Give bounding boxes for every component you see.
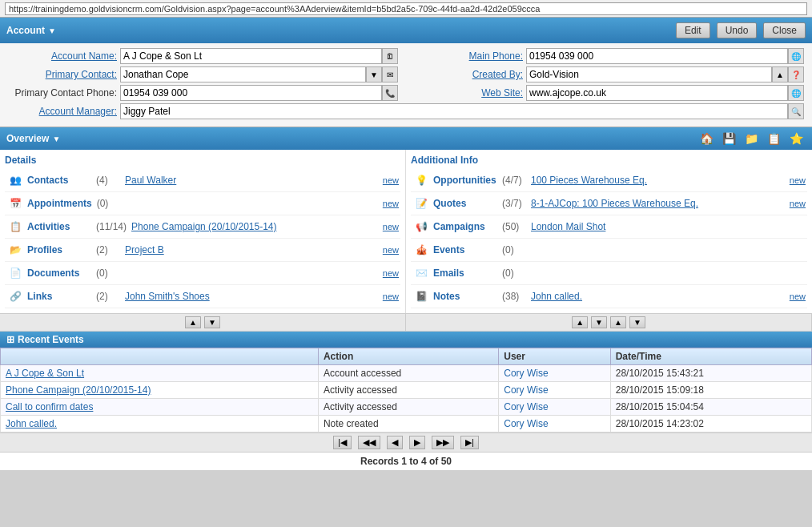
documents-new[interactable]: new [383, 268, 399, 278]
right-down-arrow-1[interactable]: ▼ [591, 316, 607, 328]
primary-contact-email-icon[interactable]: ✉ [382, 66, 398, 82]
events-icon: 🎪 [412, 241, 430, 259]
account-name-label[interactable]: Account Name: [8, 50, 120, 62]
last-page-button[interactable]: ▶| [460, 436, 479, 449]
profiles-label[interactable]: Profiles [27, 244, 91, 255]
next-record-button[interactable]: ▶ [409, 436, 425, 449]
activities-new[interactable]: new [383, 222, 399, 231]
links-link[interactable]: John Smith's Shoes [125, 291, 383, 302]
event-user[interactable]: Cory Wise [499, 416, 610, 432]
opportunities-count: (4/7) [502, 175, 526, 186]
activities-label[interactable]: Activities [27, 221, 91, 232]
event-action: Account accessed [318, 365, 498, 382]
primary-contact-phone-icon[interactable]: 📞 [382, 85, 398, 101]
table-row: A J Cope & Son Lt Account accessed Cory … [1, 365, 812, 382]
account-name-icon[interactable]: 🗓 [382, 48, 398, 64]
first-page-button[interactable]: |◀ [333, 436, 352, 449]
quotes-icon: 📝 [412, 195, 430, 212]
account-manager-input[interactable] [120, 103, 788, 119]
profiles-link[interactable]: Project B [125, 244, 383, 255]
contacts-count: (4) [96, 175, 120, 186]
quotes-link[interactable]: 8-1-AJCop: 100 Pieces Warehouse Eq. [531, 198, 790, 209]
notes-link[interactable]: John called. [531, 291, 790, 302]
emails-row: ✉️ Emails (0) [411, 262, 807, 285]
appointments-icon: 📅 [6, 195, 24, 212]
undo-button[interactable]: Undo [717, 22, 758, 38]
prev-page-button[interactable]: ◀◀ [358, 436, 380, 449]
events-label[interactable]: Events [433, 244, 497, 255]
main-phone-input[interactable] [526, 48, 788, 64]
header-dropdown-arrow[interactable]: ▼ [48, 26, 56, 35]
emails-label[interactable]: Emails [433, 268, 497, 279]
created-by-help-icon[interactable]: ❓ [788, 66, 804, 82]
recent-events-section: ⊞ Recent Events Action User Date/Time A … [0, 332, 812, 432]
links-label[interactable]: Links [27, 291, 91, 302]
opportunities-new[interactable]: new [790, 175, 806, 185]
documents-label[interactable]: Documents [27, 268, 91, 279]
links-count: (2) [96, 291, 120, 302]
left-arrows: ▲ ▼ [0, 314, 406, 331]
overview-icon-1[interactable]: 🏠 [697, 129, 716, 148]
contacts-new[interactable]: new [383, 175, 399, 185]
primary-contact-phone-input[interactable] [120, 85, 382, 101]
account-manager-search-icon[interactable]: 🔍 [788, 103, 804, 119]
web-site-input[interactable] [526, 85, 788, 101]
created-by-input[interactable] [526, 66, 772, 82]
right-up-arrow-2[interactable]: ▲ [610, 316, 626, 328]
opportunities-link[interactable]: 100 Pieces Warehouse Eq. [531, 175, 790, 186]
links-new[interactable]: new [383, 292, 399, 301]
profiles-new[interactable]: new [383, 245, 399, 255]
event-name[interactable]: Call to confirm dates [1, 399, 319, 416]
quotes-new[interactable]: new [790, 199, 806, 208]
appointments-label[interactable]: Appointments [27, 198, 92, 209]
campaigns-row: 📢 Campaigns (50) London Mail Shot [411, 215, 807, 239]
primary-contact-dropdown[interactable]: ▼ [366, 66, 382, 82]
edit-button[interactable]: Edit [676, 22, 710, 38]
event-action: Note created [318, 416, 498, 432]
event-user[interactable]: Cory Wise [499, 365, 610, 382]
emails-icon: ✉️ [412, 264, 430, 282]
left-up-arrow[interactable]: ▲ [185, 316, 201, 328]
notes-label[interactable]: Notes [433, 291, 497, 302]
header-title: Account ▼ [6, 25, 56, 36]
campaigns-link[interactable]: London Mail Shot [531, 221, 806, 232]
created-by-up-icon[interactable]: ▲ [772, 66, 788, 82]
header-actions: Edit Undo Close [676, 22, 806, 38]
overview-icon-3[interactable]: 📁 [742, 129, 761, 148]
contacts-icon: 👥 [6, 171, 24, 189]
account-manager-label[interactable]: Account Manager: [8, 106, 120, 117]
account-name-input[interactable] [120, 48, 382, 64]
overview-header: Overview ▼ 🏠 💾 📁 📋 ⭐ [0, 127, 812, 150]
contacts-link[interactable]: Paul Walker [125, 175, 383, 186]
overview-icon-4[interactable]: 📋 [764, 129, 783, 148]
right-down-arrow-2[interactable]: ▼ [629, 316, 645, 328]
event-name[interactable]: A J Cope & Son Lt [1, 365, 319, 382]
overview-icon-2[interactable]: 💾 [719, 129, 738, 148]
appointments-new[interactable]: new [383, 199, 399, 208]
event-name[interactable]: Phone Campaign (20/10/2015-14) [1, 382, 319, 399]
notes-new[interactable]: new [790, 292, 806, 301]
contacts-row: 👥 Contacts (4) Paul Walker new [5, 169, 400, 192]
left-down-arrow[interactable]: ▼ [204, 316, 220, 328]
overview-left: Details 👥 Contacts (4) Paul Walker new 📅… [0, 150, 406, 313]
event-user[interactable]: Cory Wise [499, 399, 610, 416]
created-by-label: Created By: [414, 69, 526, 80]
campaigns-label[interactable]: Campaigns [433, 221, 497, 232]
event-name[interactable]: John called. [1, 416, 319, 432]
activities-link[interactable]: Phone Campaign (20/10/2015-14) [131, 221, 383, 232]
event-user[interactable]: Cory Wise [499, 382, 610, 399]
next-page-button[interactable]: ▶▶ [432, 436, 454, 449]
overview-icon-5[interactable]: ⭐ [786, 129, 806, 148]
close-button[interactable]: Close [763, 22, 806, 38]
opportunities-label[interactable]: Opportunities [433, 175, 497, 186]
overview-dropdown-arrow[interactable]: ▼ [52, 135, 60, 143]
contacts-label[interactable]: Contacts [27, 175, 91, 186]
web-site-icon[interactable]: 🌐 [788, 85, 804, 101]
main-phone-icon[interactable]: 🌐 [788, 48, 804, 64]
quotes-label[interactable]: Quotes [433, 198, 497, 209]
right-up-arrow-1[interactable]: ▲ [572, 316, 588, 328]
prev-record-button[interactable]: ◀ [387, 436, 403, 449]
primary-contact-input[interactable] [120, 66, 366, 82]
expand-icon[interactable]: ⊞ [6, 334, 14, 345]
primary-contact-label[interactable]: Primary Contact: [8, 69, 120, 80]
